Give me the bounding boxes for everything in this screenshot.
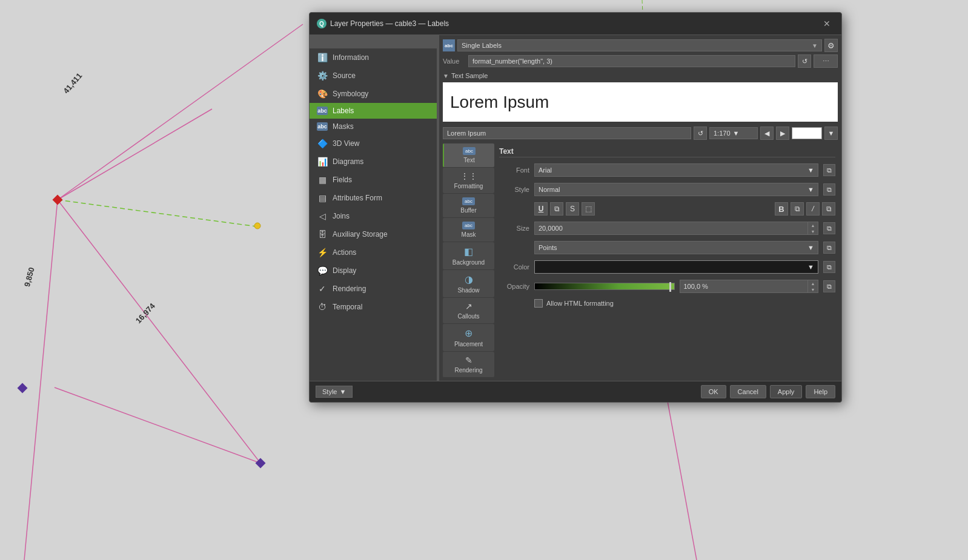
style-dropdown-bottom[interactable]: Style ▼	[316, 386, 353, 398]
sub-tab-background[interactable]: ◧ Background	[443, 242, 494, 269]
sidebar-item-auxiliary-storage[interactable]: 🗄 Auxiliary Storage	[310, 225, 437, 243]
sidebar-item-3dview[interactable]: 🔷 3D View	[310, 134, 437, 153]
symbology-icon: 🎨	[317, 88, 328, 99]
bold-copy-button[interactable]: ⧉	[791, 202, 804, 216]
sidebar-search-input[interactable]	[310, 35, 437, 48]
size-unit-copy-button[interactable]: ⧉	[823, 242, 835, 254]
actions-icon: ⚡	[317, 247, 328, 258]
color-dropdown[interactable]: ▼	[534, 260, 818, 274]
sub-tab-label: Background	[453, 259, 485, 266]
diagrams-icon: 📊	[317, 156, 328, 167]
nav-next-button[interactable]: ▶	[776, 127, 789, 140]
superscript-button[interactable]: S	[566, 202, 579, 216]
sub-tab-label: Shadow	[457, 287, 479, 294]
sidebar-item-temporal[interactable]: ⏱ Temporal	[310, 298, 437, 316]
opacity-spin-up[interactable]: ▲	[808, 280, 818, 286]
allow-html-checkbox[interactable]	[534, 299, 543, 308]
apply-button[interactable]: Apply	[770, 385, 803, 398]
text-sample-label: Text Sample	[451, 72, 488, 79]
sub-tab-rendering[interactable]: ✎ Rendering	[443, 352, 494, 377]
allow-html-label: Allow HTML formatting	[546, 300, 614, 307]
sidebar-item-label: Actions	[333, 248, 356, 257]
font-row: Font Arial ▼ ⧉	[499, 163, 835, 177]
bg-color-swatch[interactable]	[792, 127, 822, 139]
formatting-buttons-row: U ⧉ S ⬚ B ⧉ / ⧉	[499, 202, 835, 216]
color-dropdown-arrow: ▼	[807, 263, 814, 271]
svg-rect-9	[256, 458, 266, 469]
label-type-dropdown[interactable]: Single Labels ▼	[457, 39, 822, 51]
strikethrough-button[interactable]: ⧉	[550, 202, 563, 216]
text-sample-header[interactable]: ▼ Text Sample	[443, 70, 838, 81]
sub-tab-buffer[interactable]: abc Buffer	[443, 194, 494, 217]
opacity-copy-button[interactable]: ⧉	[823, 280, 835, 292]
sidebar-item-label: Masks	[333, 122, 354, 131]
close-button[interactable]: ✕	[820, 18, 834, 30]
opacity-slider[interactable]	[534, 283, 675, 290]
nav-prev-button[interactable]: ◀	[760, 127, 774, 140]
opacity-spinbox: ▲ ▼	[680, 280, 819, 293]
svg-point-11	[254, 223, 260, 229]
opacity-spin-down[interactable]: ▼	[808, 286, 818, 292]
style-label: Style	[499, 186, 529, 193]
size-spin-down[interactable]: ▼	[808, 228, 818, 234]
style-dropdown-arrow-icon: ▼	[339, 388, 346, 395]
sidebar-item-masks[interactable]: abc Masks	[310, 119, 437, 134]
size-unit-row: Points ▼ ⧉	[499, 241, 835, 254]
font-dropdown[interactable]: Arial ▼	[534, 163, 818, 177]
cancel-button[interactable]: Cancel	[730, 385, 766, 398]
color-copy-button[interactable]: ⧉	[823, 261, 835, 273]
size-unit-dropdown[interactable]: Points ▼	[534, 241, 818, 254]
italic-button[interactable]: /	[806, 202, 820, 216]
mask-tab-icon: abc	[462, 222, 475, 229]
style-dropdown-main[interactable]: Normal ▼	[534, 183, 818, 196]
sidebar-item-label: Auxiliary Storage	[333, 230, 388, 239]
sidebar-item-display[interactable]: 💬 Display	[310, 262, 437, 280]
preview-reset-button[interactable]: ↺	[694, 127, 707, 140]
sidebar-item-labels[interactable]: abc Labels	[310, 103, 437, 119]
opacity-input[interactable]	[680, 280, 809, 293]
subscript-button[interactable]: ⬚	[582, 202, 595, 216]
bold-button[interactable]: B	[775, 202, 788, 216]
sidebar-item-rendering[interactable]: ✓ Rendering	[310, 280, 437, 298]
sub-tab-formatting[interactable]: ⋮⋮ Formatting	[443, 168, 494, 193]
temporal-icon: ⏱	[317, 301, 328, 312]
sidebar-item-actions[interactable]: ⚡ Actions	[310, 243, 437, 262]
scale-dropdown[interactable]: 1:170 ▼	[709, 127, 758, 139]
ok-button[interactable]: OK	[701, 385, 726, 398]
dropdown-arrow-icon: ▼	[812, 42, 818, 49]
svg-line-5	[58, 109, 212, 200]
value-input[interactable]	[468, 55, 795, 67]
auxiliary-storage-icon: 🗄	[317, 229, 328, 240]
sub-tab-text[interactable]: abc Text	[443, 143, 494, 167]
style-copy-button[interactable]: ⧉	[823, 183, 835, 196]
value-expr-button[interactable]: ⋯	[814, 54, 838, 68]
font-copy-button[interactable]: ⧉	[823, 164, 835, 176]
sub-tab-placement[interactable]: ⊕ Placement	[443, 324, 494, 351]
sidebar-item-label: Information	[333, 53, 369, 62]
size-spin-up[interactable]: ▲	[808, 222, 818, 228]
underline-button[interactable]: U	[534, 202, 548, 216]
bg-color-dropdown[interactable]: ▼	[824, 127, 838, 140]
italic-copy-button[interactable]: ⧉	[822, 202, 835, 216]
sidebar-item-source[interactable]: ⚙️ Source	[310, 67, 437, 85]
value-reset-button[interactable]: ↺	[798, 54, 811, 68]
size-unit-dropdown-arrow: ▼	[807, 244, 814, 251]
text-tab-icon: abc	[463, 147, 476, 155]
settings-button[interactable]: ⚙	[824, 39, 838, 52]
help-button[interactable]: Help	[806, 385, 835, 398]
size-copy-button[interactable]: ⧉	[823, 222, 835, 234]
sidebar-item-joins[interactable]: ◁ Joins	[310, 207, 437, 225]
sidebar-item-fields[interactable]: ▦ Fields	[310, 171, 437, 189]
sidebar-item-diagrams[interactable]: 📊 Diagrams	[310, 153, 437, 171]
sidebar-item-label: Display	[333, 266, 356, 275]
size-input[interactable]	[534, 222, 808, 235]
sidebar-item-information[interactable]: ℹ️ Information	[310, 48, 437, 67]
sidebar-item-attributes-form[interactable]: ▤ Attributes Form	[310, 189, 437, 207]
opacity-spin-arrows: ▲ ▼	[808, 280, 818, 293]
sidebar-item-symbology[interactable]: 🎨 Symbology	[310, 85, 437, 103]
preview-text-input[interactable]	[443, 127, 691, 139]
sub-tab-shadow[interactable]: ◑ Shadow	[443, 270, 494, 297]
sub-tab-mask[interactable]: abc Mask	[443, 218, 494, 242]
sub-tab-callouts[interactable]: ↗ Callouts	[443, 298, 494, 323]
formatting-tab-icon: ⋮⋮	[460, 171, 477, 181]
